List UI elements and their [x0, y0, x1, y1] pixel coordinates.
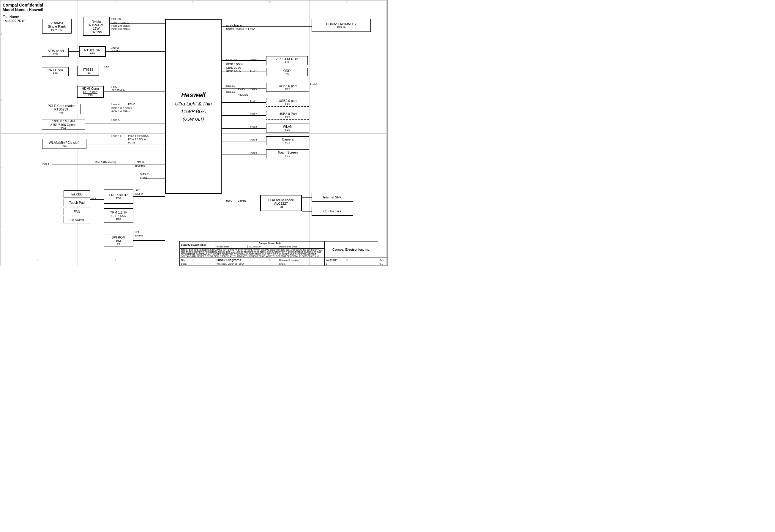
lan-block: 10/100 1G LAN 8151/8166 Option P24: [42, 119, 85, 129]
wlanp-cpu-line: [222, 128, 266, 129]
lvds-page: P20: [53, 53, 58, 56]
mbps480b-label: 480Mb/s: [135, 164, 145, 167]
sata-hdd-block: 2.5" SATA HDD P22: [266, 56, 308, 65]
company-footer: Compal Electronics, Inc.: [325, 241, 378, 258]
ddr3-cpu-line: [222, 26, 311, 27]
spirom-cpu-line: [133, 240, 165, 241]
hdmi-conn-line2: DDPB port: [83, 90, 97, 94]
nvidia-line3: 17W: [93, 27, 100, 30]
sata-line1: [222, 60, 266, 61]
pcie-x4-label: PCI-Ex4: [111, 18, 121, 20]
pcie-reader-block: PCI-E Card reader RTS5239 P25: [42, 104, 80, 114]
smbus-line: [143, 178, 165, 179]
sata-hdd-line1: 2.5" SATA HDD: [276, 57, 298, 61]
doc-number: LA-A992P: [325, 258, 378, 262]
vram-block: VRAM*4 Single Rank P37~P40: [42, 19, 72, 34]
security-label: Security Classification: [180, 241, 215, 248]
wlan-port-line1: WLAN: [283, 125, 292, 128]
hda-codec-line2: ALC3227: [274, 202, 288, 205]
filename-value: LA-A992PR10: [3, 19, 26, 23]
pcie25-label: PCIe 2.0:5Gb/s: [111, 110, 130, 113]
spirom-line1: SPI ROM: [112, 235, 125, 239]
ddr3-block: DDR3-SO-DIMM X 2 P15,16: [311, 19, 371, 32]
mhz50-label: 50MHz: [135, 234, 143, 237]
hda-spk-line: [302, 197, 311, 197]
model-name: Model Name : Haswell: [3, 7, 43, 12]
tpm-line1: TPM 1.2 @: [110, 210, 127, 214]
cpu-subtitle3: (USW ULT): [183, 117, 204, 121]
lvds-rtd-line: [69, 51, 79, 52]
usb3-port-page: P26: [285, 88, 290, 91]
combo-jack-line1: Combo Jack: [323, 209, 341, 213]
grid-col-c-top: C: [192, 1, 194, 4]
pcie-reader-line2: RTS5239: [54, 107, 68, 111]
usb2-port2-line1: USB2.0 Port: [279, 112, 297, 115]
edpx2-label: eDPx2: [111, 47, 119, 50]
lvds-block: LVDS panel P20: [42, 48, 69, 57]
pcie-reader-line1: PCI-E Card reader: [48, 104, 75, 107]
doc-label: Document Number: [278, 258, 325, 262]
wlan-line1: WLAN(MiniPCle slot): [49, 141, 79, 144]
it6513-page: P29: [86, 71, 90, 74]
pcie25b-label: PCIe 2.0:5Gb/s: [128, 138, 146, 141]
hda-codec-line1: HDA Aduio codec: [268, 198, 294, 202]
usb3-label: USB3.0: [226, 84, 235, 87]
tpm-line2: SLB 9656: [111, 214, 126, 218]
sata-line2: [222, 72, 266, 72]
usb3-port0-right: Port 0: [310, 83, 317, 86]
disclaimer: THIS SHEET OF ENGINEERING DRAWING IS THE…: [180, 248, 325, 258]
nvidia-line2: N15V-GM: [89, 23, 103, 27]
lane4-label: Lane 4: [111, 103, 120, 106]
fan-block: FAN: [64, 208, 90, 215]
ddr3-page: P15,16: [337, 26, 346, 29]
it6513-line1: IT6513: [83, 68, 93, 71]
ene-block: ENE KB9012 P30: [104, 189, 133, 204]
camera-block: Camera P19: [266, 136, 309, 145]
intkbd-line1: Int.KBD: [71, 192, 83, 196]
ene-line1: ENE KB9012: [109, 193, 128, 197]
touch-screen-line1: Touch Screen: [278, 151, 298, 154]
hda-codec-page: P25: [279, 205, 283, 208]
sheet-value: 2: [325, 262, 378, 266]
ene-page: P30: [116, 197, 121, 199]
gen3-label: GEN3 6Gb/s: [226, 70, 241, 73]
touchpad-line1: Touch Pad: [69, 201, 85, 204]
port1-sata-label: Port 1: [250, 70, 257, 73]
touchpad-block: Touch Pad: [64, 199, 90, 206]
fan-line1: FAN: [74, 210, 80, 213]
footer-table: Security Classification Compal Secret Da…: [179, 241, 388, 266]
lid-switch-block: Lid switch: [64, 216, 90, 223]
usb2p2-cpu-line: [222, 115, 266, 116]
mbps480-label: 480Mb/s: [238, 93, 248, 96]
ps2-label: PS2: [91, 197, 96, 200]
tpm-block: TPM 1.2 @ SLB 9656 P28: [104, 208, 133, 223]
gen2-label: GEN2 3Gb/s: [226, 66, 241, 69]
odd-page: P22: [284, 72, 289, 75]
crt-block: CRT Conn P29: [42, 67, 69, 76]
pcie-3-0-8-label: PCIe 3.0:8Gb/s: [111, 28, 130, 31]
date-value: Thursday, March 06, 2014: [215, 262, 278, 266]
pcie125b-label: PCIe 1.0:2.5Gb/s: [128, 134, 148, 137]
port3-line: [52, 164, 165, 165]
camera-line1: Camera: [282, 137, 293, 141]
pcie-reader-page: P25: [59, 111, 64, 114]
intkbd-block: Int.KBD: [64, 190, 90, 198]
internal-spk-block: Internal SPK: [311, 193, 353, 202]
grid-col-a-bot: A: [37, 258, 39, 261]
lane11-label: Lane 11: [111, 134, 121, 137]
vram-line2: Single Rank: [48, 25, 65, 28]
rtd-block: RTD2132R P18: [79, 46, 106, 57]
wlan-page: P23: [62, 144, 67, 147]
odd-block: ODD P22: [266, 68, 308, 76]
crt-page: P29: [53, 72, 58, 75]
pci-e-label: PCI-E: [128, 103, 135, 106]
hdmi-conn-page: P19: [88, 94, 93, 96]
security-value: Compal Secret Data: [215, 241, 325, 245]
odd-line1: ODD: [283, 69, 290, 72]
wlan-cpu-line: [86, 144, 165, 144]
lan-line1: 10/100 1G LAN: [52, 119, 75, 123]
grid-col-b-top: B: [115, 1, 116, 4]
lane5-label: Lane 5: [111, 118, 120, 121]
wlan-port-block: WLAN P20: [266, 123, 309, 132]
schematic-page: A B C D E A B C D E 1 2 3 4 Compal Confi…: [0, 0, 388, 266]
